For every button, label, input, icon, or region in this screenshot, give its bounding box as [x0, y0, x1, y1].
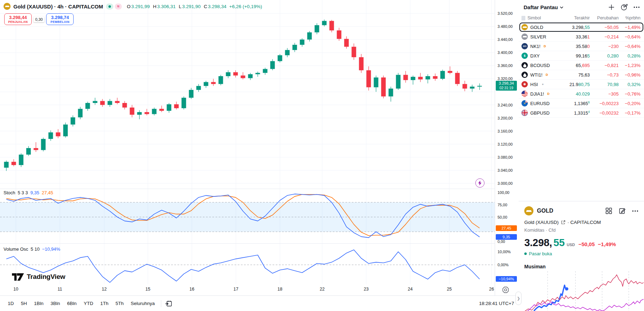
watchlist-row-gbpusd[interactable]: GBPUSD1,33154−0,00232−0,17%: [519, 108, 644, 118]
range-button-1th[interactable]: 1Th: [98, 299, 111, 307]
range-button-5th[interactable]: 5Th: [113, 299, 126, 307]
column-terakhir[interactable]: Terakhir: [559, 16, 590, 20]
drop-icon: [521, 62, 528, 68]
txt-icon: $: [521, 53, 528, 59]
volume-osc-pane[interactable]: [0, 243, 495, 284]
panel-collapse-handle[interactable]: ❯: [515, 292, 521, 305]
price-axis-label: 3.160,00: [498, 129, 513, 133]
volume-osc-legend[interactable]: Volume Osc 5 10 −10,94%: [4, 246, 60, 252]
watchlist-title[interactable]: Daftar Pantau: [524, 4, 563, 10]
external-link-icon[interactable]: [561, 220, 565, 225]
pane-divider[interactable]: [0, 189, 518, 189]
watchlist-row-hsi[interactable]: ✻HSI●21.980,7570,980,32%: [519, 80, 644, 89]
change-pct-cell: 0,32%: [619, 82, 640, 87]
last-price-cell: 3.298,55: [559, 25, 590, 30]
watchlist-row-bcousd[interactable]: BCOUSD65,695−0,821−1,23%: [519, 61, 644, 70]
more-options-icon[interactable]: [632, 210, 638, 212]
watchlist-row-dxy[interactable]: $DXY99,1650,2800,28%: [519, 51, 644, 61]
change-cell: −0,214: [590, 34, 619, 39]
price-axis-label: 3.400,00: [498, 50, 513, 55]
detail-exchange: · CAPITALCOM: [568, 220, 601, 225]
chart-legend: Gold (XAUUSD) · 4h · CAPITALCOM ≈ O3.291…: [4, 3, 262, 10]
watchlist-row-gold[interactable]: GOLD3.298,55−50,05−1,49%: [519, 23, 644, 32]
range-button-3bln[interactable]: 3Bln: [48, 299, 63, 307]
watchlist-row-silver[interactable]: SILVER33,361−0,214−0,64%: [519, 32, 644, 42]
ohlc-key: H: [153, 4, 156, 9]
symbol-name: DJIA1!: [530, 91, 544, 97]
seasonal-chart[interactable]: [522, 270, 643, 311]
stoch-d-value: 27,45: [42, 190, 53, 195]
stoch-axis-label: 100,00: [498, 190, 509, 195]
change-cell: −0,00223: [590, 101, 619, 106]
time-axis-label: 12: [102, 287, 107, 292]
pie-chart-icon[interactable]: [620, 4, 628, 11]
chevron-down-icon: [560, 6, 563, 8]
watchlist-row-nk1[interactable]: 225NK1!D35.580−230−0,64%: [519, 42, 644, 51]
watchlist-row-wti1[interactable]: WTI1!D75,63−0,73−0,96%: [519, 70, 644, 80]
detail-symbol-name: GOLD: [537, 208, 553, 214]
scales-settings-icon[interactable]: [502, 286, 509, 295]
tradingview-logo[interactable]: TradingView: [12, 273, 65, 281]
tradingview-mark-icon: [12, 273, 24, 281]
time-axis-label: 25: [447, 287, 452, 292]
last-price-cell: 99,165: [559, 53, 590, 59]
marker-visibility-pill[interactable]: [106, 4, 113, 10]
last-price-cell: 21.980,75: [559, 82, 590, 87]
stochastic-pane[interactable]: [0, 189, 495, 243]
edit-note-icon[interactable]: [619, 207, 626, 214]
flag-eu-icon: ✶: [521, 100, 528, 106]
approx-price-pill[interactable]: ≈: [115, 4, 122, 10]
time-axis[interactable]: 101112151617182223242526: [0, 284, 495, 295]
symbol-cell: SILVER: [521, 33, 559, 40]
stoch-legend[interactable]: Stoch 5 3 3 9,35 27,45: [4, 190, 53, 195]
sell-price: 3.298,44: [5, 15, 31, 20]
clock[interactable]: 18:28:41 UTC+7: [479, 301, 514, 306]
watchlist-panel: Daftar Pantau Simbol Terakhir Perubahan …: [518, 0, 644, 311]
more-options-icon[interactable]: [633, 6, 640, 8]
change-pct-cell: −0,76%: [619, 91, 640, 97]
delayed-badge: D: [544, 44, 546, 48]
range-button-ytd[interactable]: YTD: [81, 299, 96, 307]
time-axis-label: 26: [489, 287, 494, 292]
go-to-date-icon[interactable]: [165, 300, 173, 307]
tradingview-app: Gold (XAUUSD) · 4h · CAPITALCOM ≈ O3.291…: [0, 0, 644, 311]
range-button-5h[interactable]: 5H: [18, 299, 30, 307]
range-button-1bln[interactable]: 1Bln: [31, 299, 46, 307]
time-axis-label: 11: [58, 287, 62, 292]
flag-column-icon[interactable]: [521, 16, 525, 20]
symbol-cell: GBPUSD: [521, 110, 559, 116]
change-pct-cell: 0,28%: [619, 53, 640, 59]
buy-button[interactable]: 3.298,74 PEMBELIAN: [46, 13, 74, 25]
pane-divider[interactable]: [0, 243, 518, 244]
grid-view-icon[interactable]: [605, 207, 612, 214]
change-cell: 0,280: [590, 53, 619, 59]
symbol-cell: $DXY: [521, 53, 559, 59]
range-button-1d[interactable]: 1D: [5, 299, 17, 307]
watchlist-row-djia1[interactable]: DJIA1!D40.029−305−0,76%: [519, 89, 644, 99]
stoch-params: 5 3 3: [18, 190, 28, 195]
last-price-cell: 33,361: [559, 34, 590, 39]
watchlist-row-eurusd[interactable]: ✶EURUSD1,13656−0,00223−0,20%: [519, 99, 644, 108]
column-perubahan[interactable]: Perubahan: [590, 16, 619, 20]
column-prbhn[interactable]: %prbhn: [619, 16, 640, 20]
ohlc-value: 3.291,90: [182, 4, 201, 9]
trade-buttons: 3.298,44 PENJUALAN 0,30 3.298,74 PEMBELI…: [4, 13, 74, 25]
lightning-icon[interactable]: [475, 178, 484, 188]
range-button-6bln[interactable]: 6Bln: [64, 299, 80, 307]
price-axis[interactable]: 3.520,003.480,003.440,003.400,003.360,00…: [495, 0, 519, 311]
last-price-cell: 40.029: [559, 91, 590, 97]
column-simbol[interactable]: Simbol: [527, 16, 559, 20]
stoch-axis-label: 75,00: [498, 203, 507, 207]
ingot-icon: [521, 33, 528, 40]
detail-symbol-full[interactable]: Gold (XAUUSD): [524, 220, 559, 225]
range-button-seluruhnya[interactable]: Seluruhnya: [128, 299, 157, 307]
watchlist-title-label: Daftar Pantau: [524, 4, 558, 10]
detail-subtitle: Gold (XAUUSD) · CAPITALCOM: [524, 220, 638, 225]
add-symbol-icon[interactable]: [608, 4, 615, 11]
sell-button[interactable]: 3.298,44 PENJUALAN: [4, 13, 32, 25]
symbol-name: BCOUSD: [530, 63, 550, 68]
chart-title[interactable]: Gold (XAUUSD) · 4h · CAPITALCOM: [13, 4, 103, 10]
symbol-name: GOLD: [530, 25, 543, 30]
candlestick-chart[interactable]: [0, 0, 495, 189]
market-open-dot: [524, 252, 527, 255]
